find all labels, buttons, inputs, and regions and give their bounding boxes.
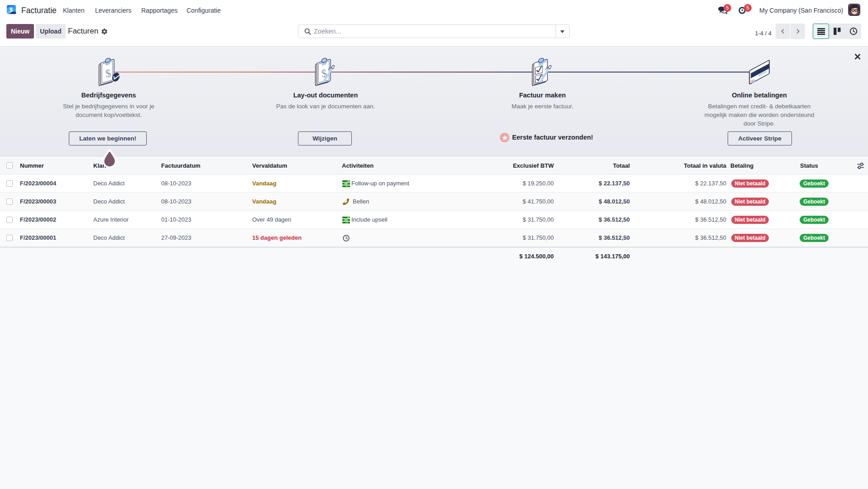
- svg-text:$: $: [10, 7, 13, 13]
